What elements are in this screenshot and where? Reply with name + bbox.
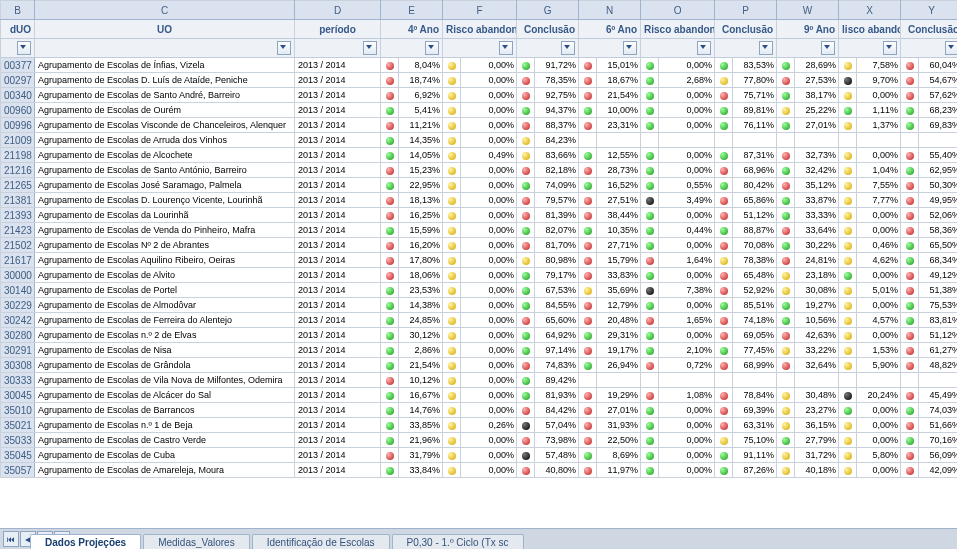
cell-value[interactable]: 65,86% (733, 193, 777, 208)
status-dot-icon[interactable] (381, 163, 399, 178)
table-row[interactable]: 30280Agrupamento de Escolas n.º 2 de Elv… (1, 328, 958, 343)
sheet-tab[interactable]: Medidas_Valores (143, 534, 250, 549)
status-dot-icon[interactable] (443, 283, 461, 298)
cell-value[interactable]: 21381 (1, 193, 35, 208)
cell-value[interactable]: 30140 (1, 283, 35, 298)
cell-value[interactable]: 0,00% (461, 73, 517, 88)
cell-value[interactable]: 92,75% (535, 88, 579, 103)
cell-value[interactable]: 10,35% (597, 223, 641, 238)
table-row[interactable]: 21502Agrupamento de Escolas Nº 2 de Abra… (1, 238, 958, 253)
cell-value[interactable]: 21,54% (597, 88, 641, 103)
cell-value[interactable]: 51,66% (919, 418, 957, 433)
status-dot-icon[interactable] (839, 58, 857, 73)
status-dot-icon[interactable] (443, 253, 461, 268)
status-dot-icon[interactable] (777, 298, 795, 313)
cell-value[interactable]: 58,36% (919, 223, 957, 238)
status-dot-icon[interactable] (901, 253, 919, 268)
status-dot-icon[interactable] (579, 163, 597, 178)
status-dot-icon[interactable] (641, 298, 659, 313)
status-dot-icon[interactable] (381, 148, 399, 163)
cell-value[interactable]: 2013 / 2014 (295, 358, 381, 373)
cell-value[interactable]: 68,99% (733, 358, 777, 373)
cell-value[interactable]: 68,96% (733, 163, 777, 178)
cell-value[interactable]: 21,54% (399, 358, 443, 373)
cell-value[interactable]: Agrupamento de Escolas de Arruda dos Vin… (35, 133, 295, 148)
status-dot-icon[interactable] (777, 463, 795, 478)
status-dot-icon[interactable] (443, 403, 461, 418)
cell-value[interactable]: 4,62% (857, 253, 901, 268)
status-dot-icon[interactable] (381, 238, 399, 253)
cell-value[interactable]: 0,00% (857, 403, 901, 418)
col-header-B[interactable]: B (1, 1, 35, 20)
cell-value[interactable]: 0,00% (461, 343, 517, 358)
status-dot-icon[interactable] (901, 418, 919, 433)
status-dot-icon[interactable] (715, 298, 733, 313)
cell-value[interactable]: Agrupamento de Escolas de Alcácer do Sal (35, 388, 295, 403)
cell-value[interactable]: 30,48% (795, 388, 839, 403)
cell-value[interactable]: 75,53% (919, 298, 957, 313)
status-dot-icon[interactable] (381, 388, 399, 403)
filter-button[interactable] (697, 41, 711, 55)
cell-value[interactable]: 2013 / 2014 (295, 118, 381, 133)
status-dot-icon[interactable] (579, 88, 597, 103)
cell-value[interactable] (857, 133, 901, 148)
cell-value[interactable]: Agrupamento de Escolas D. Luís de Ataíde… (35, 73, 295, 88)
cell-value[interactable]: 0,00% (461, 283, 517, 298)
col-header-D[interactable]: D (295, 1, 381, 20)
cell-value[interactable]: 0,00% (659, 463, 715, 478)
status-dot-icon[interactable] (641, 388, 659, 403)
cell-value[interactable]: 21423 (1, 223, 35, 238)
cell-value[interactable] (919, 373, 957, 388)
status-dot-icon[interactable] (517, 253, 535, 268)
cell-value[interactable]: Agrupamento de Escolas n.º 1 de Beja (35, 418, 295, 433)
cell-value[interactable]: 0,00% (461, 268, 517, 283)
cell-value[interactable]: 62,95% (919, 163, 957, 178)
filter-button[interactable] (17, 41, 31, 55)
cell-value[interactable]: 0,00% (659, 268, 715, 283)
cell-value[interactable]: 27,53% (795, 73, 839, 88)
status-dot-icon[interactable] (517, 268, 535, 283)
cell-value[interactable]: 30291 (1, 343, 35, 358)
cell-value[interactable]: 75,10% (733, 433, 777, 448)
cell-value[interactable]: 27,01% (795, 118, 839, 133)
cell-value[interactable]: 56,09% (919, 448, 957, 463)
cell-value[interactable]: 33,84% (399, 463, 443, 478)
status-dot-icon[interactable] (517, 298, 535, 313)
cell-value[interactable]: 0,00% (461, 313, 517, 328)
status-dot-icon[interactable] (517, 58, 535, 73)
status-dot-icon[interactable] (579, 253, 597, 268)
cell-value[interactable]: 35033 (1, 433, 35, 448)
cell-value[interactable]: 40,18% (795, 463, 839, 478)
cell-value[interactable]: 0,00% (461, 403, 517, 418)
status-dot-icon[interactable] (839, 358, 857, 373)
status-dot-icon[interactable] (443, 313, 461, 328)
status-dot-icon[interactable] (715, 448, 733, 463)
status-dot-icon[interactable] (517, 73, 535, 88)
cell-value[interactable]: 0,00% (461, 103, 517, 118)
status-dot-icon[interactable] (641, 448, 659, 463)
cell-value[interactable]: Agrupamento de Escolas de Almodôvar (35, 298, 295, 313)
cell-value[interactable]: 35,12% (795, 178, 839, 193)
status-dot-icon[interactable] (641, 163, 659, 178)
cell-value[interactable]: 2013 / 2014 (295, 88, 381, 103)
status-dot-icon[interactable] (777, 193, 795, 208)
status-dot-icon[interactable] (443, 373, 461, 388)
cell-value[interactable]: 33,83% (597, 268, 641, 283)
cell-value[interactable]: 22,95% (399, 178, 443, 193)
cell-value[interactable]: 31,93% (597, 418, 641, 433)
status-dot-icon[interactable] (579, 178, 597, 193)
status-dot-icon[interactable] (517, 373, 535, 388)
status-dot-icon[interactable] (443, 88, 461, 103)
cell-value[interactable]: 77,45% (733, 343, 777, 358)
status-dot-icon[interactable] (579, 373, 597, 388)
col-header-O[interactable]: O (641, 1, 715, 20)
cell-value[interactable]: 19,27% (795, 298, 839, 313)
cell-value[interactable]: Agrupamento de Escolas de Nisa (35, 343, 295, 358)
cell-value[interactable]: 31,79% (399, 448, 443, 463)
cell-value[interactable]: Agrupamento de Escolas da Lourinhã (35, 208, 295, 223)
status-dot-icon[interactable] (839, 298, 857, 313)
status-dot-icon[interactable] (715, 148, 733, 163)
cell-value[interactable]: 27,79% (795, 433, 839, 448)
cell-value[interactable]: 2013 / 2014 (295, 238, 381, 253)
cell-value[interactable]: 1,04% (857, 163, 901, 178)
